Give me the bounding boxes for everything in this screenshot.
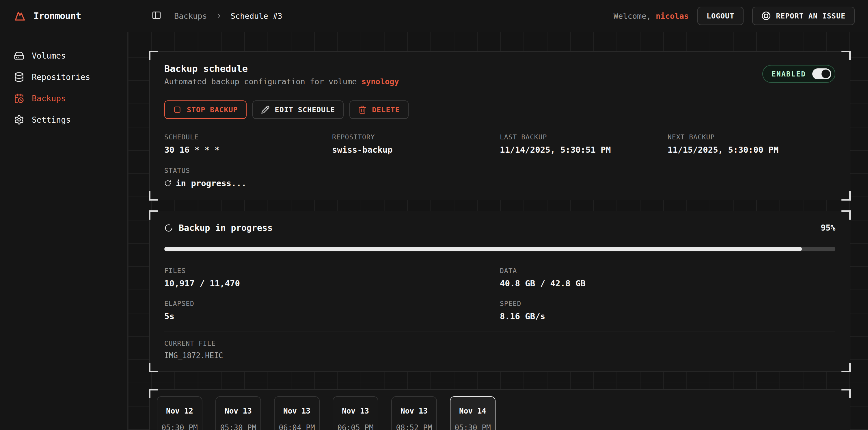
field-label: REPOSITORY <box>332 133 500 141</box>
snapshot-tile[interactable]: Nov 12 05:30 PM 92.2 GB <box>157 396 203 430</box>
stop-backup-label: STOP BACKUP <box>187 106 238 114</box>
sidebar-item-label: Repositories <box>32 72 90 82</box>
schedule-fields: SCHEDULE 30 16 * * * REPOSITORY swiss-ba… <box>164 133 835 188</box>
logout-label: LOGOUT <box>707 12 734 20</box>
field-value: 11/14/2025, 5:30:51 PM <box>500 145 668 155</box>
toggle-switch[interactable] <box>812 68 831 79</box>
backup-schedule-card: Backup schedule Automated backup configu… <box>149 51 850 200</box>
welcome-text: Welcome, nicolas <box>614 11 689 21</box>
topbar: Ironmount Backups Schedule #3 Welcome, n… <box>0 0 868 32</box>
field-label: ELAPSED <box>164 300 500 307</box>
delete-label: DELETE <box>372 106 400 114</box>
current-file: CURRENT FILE IMG_1872.HEIC <box>164 340 835 360</box>
sidebar-item-volumes[interactable]: Volumes <box>0 45 127 66</box>
snapshot-time: 05:30 PM <box>455 423 491 430</box>
app-title: Ironmount <box>33 10 81 21</box>
field-value: 11/15/2025, 5:30:00 PM <box>668 145 835 155</box>
sidebar: Volumes Repositories Backups Settings <box>0 32 128 430</box>
field-value: 30 16 * * * <box>164 145 332 155</box>
stat-data: DATA 40.8 GB / 42.8 GB <box>500 267 835 288</box>
snapshot-date: Nov 12 <box>166 407 193 415</box>
trash-icon <box>358 105 367 114</box>
report-issue-label: REPORT AN ISSUE <box>776 12 845 20</box>
chevron-right-icon <box>215 12 223 20</box>
pencil-icon <box>261 105 270 114</box>
loader-icon <box>164 224 173 232</box>
snapshot-tile[interactable]: Nov 13 06:05 PM 92.2 GB <box>333 396 378 430</box>
progress-title: Backup in progress <box>179 223 273 233</box>
report-issue-button[interactable]: REPORT AN ISSUE <box>752 7 855 25</box>
breadcrumb-current: Schedule #3 <box>231 11 282 21</box>
field-next-backup: NEXT BACKUP 11/15/2025, 5:30:00 PM <box>668 133 835 155</box>
snapshot-date: Nov 13 <box>342 407 369 415</box>
snapshot-time: 06:05 PM <box>337 423 373 430</box>
field-status: STATUS in progress... <box>164 167 835 188</box>
subtitle-prefix: Automated backup configuration for volum… <box>164 77 362 86</box>
snapshot-date: Nov 13 <box>401 407 428 415</box>
snapshot-tile[interactable]: Nov 13 06:04 PM 92.2 GB <box>274 396 320 430</box>
field-value: 10,917 / 11,470 <box>164 278 500 288</box>
enabled-toggle[interactable]: ENABLED <box>762 65 835 83</box>
snapshot-tile[interactable]: Nov 13 08:52 PM 92.2 GB <box>391 396 437 430</box>
username: nicolas <box>656 11 689 21</box>
field-label: LAST BACKUP <box>500 133 668 141</box>
rotate-cw-icon <box>164 180 171 187</box>
field-label: CURRENT FILE <box>164 340 835 347</box>
edit-schedule-label: EDIT SCHEDULE <box>275 106 335 114</box>
snapshot-date: Nov 13 <box>283 407 310 415</box>
toggle-label: ENABLED <box>772 70 806 78</box>
gear-icon <box>14 114 24 125</box>
card-subtitle: Automated backup configuration for volum… <box>164 77 399 86</box>
field-last-backup: LAST BACKUP 11/14/2025, 5:30:51 PM <box>500 133 668 155</box>
card-title: Backup schedule <box>164 63 399 74</box>
main-area: Backup schedule Automated backup configu… <box>128 32 868 430</box>
stat-elapsed: ELAPSED 5s <box>164 300 500 321</box>
hard-drive-icon <box>14 51 24 61</box>
volume-name: synology <box>362 77 399 86</box>
field-value: 8.16 GB/s <box>500 311 835 321</box>
snapshots-card: Nov 12 05:30 PM 92.2 GB Nov 13 05:30 PM … <box>149 389 850 430</box>
sidebar-toggle-icon[interactable] <box>152 10 162 21</box>
snapshot-time: 08:52 PM <box>396 423 432 430</box>
topbar-right: Welcome, nicolas LOGOUT REPORT AN ISSUE <box>614 7 868 25</box>
snapshot-time: 05:30 PM <box>161 423 197 430</box>
snapshot-tile[interactable]: Nov 14 05:30 PM 92.2 GB <box>450 396 496 430</box>
stat-speed: SPEED 8.16 GB/s <box>500 300 835 321</box>
stat-files: FILES 10,917 / 11,470 <box>164 267 500 288</box>
field-label: SCHEDULE <box>164 133 332 141</box>
snapshot-date: Nov 14 <box>459 407 486 415</box>
database-icon <box>14 72 24 82</box>
sidebar-item-settings[interactable]: Settings <box>0 109 127 130</box>
welcome-prefix: Welcome, <box>614 11 656 21</box>
sidebar-item-repositories[interactable]: Repositories <box>0 66 127 88</box>
snapshot-list: Nov 12 05:30 PM 92.2 GB Nov 13 05:30 PM … <box>157 396 843 430</box>
status-value: in progress... <box>164 178 835 188</box>
status-text: in progress... <box>176 178 246 188</box>
divider <box>164 332 835 332</box>
progress-bar-fill <box>164 247 802 251</box>
calendar-clock-icon <box>14 93 24 104</box>
field-label: SPEED <box>500 300 835 307</box>
breadcrumb: Backups Schedule #3 <box>128 10 282 21</box>
stop-backup-button[interactable]: STOP BACKUP <box>164 100 247 119</box>
progress-bar <box>164 247 835 251</box>
snapshot-date: Nov 13 <box>225 407 252 415</box>
stop-square-icon <box>173 105 182 114</box>
sidebar-item-backups[interactable]: Backups <box>0 88 127 109</box>
field-schedule: SCHEDULE 30 16 * * * <box>164 133 332 155</box>
snapshot-time: 06:04 PM <box>279 423 315 430</box>
progress-percent: 95% <box>820 223 835 233</box>
field-value: swiss-backup <box>332 145 500 155</box>
edit-schedule-button[interactable]: EDIT SCHEDULE <box>252 100 344 119</box>
field-value: 5s <box>164 311 500 321</box>
toggle-knob <box>822 70 830 78</box>
snapshot-time: 05:30 PM <box>220 423 256 430</box>
snapshot-tile[interactable]: Nov 13 05:30 PM 92.2 GB <box>215 396 261 430</box>
backup-progress-card: Backup in progress 95% FILES 10,917 / 11… <box>149 211 850 372</box>
logout-button[interactable]: LOGOUT <box>698 7 744 25</box>
field-value: 40.8 GB / 42.8 GB <box>500 278 835 288</box>
delete-button[interactable]: DELETE <box>349 100 408 119</box>
field-repository: REPOSITORY swiss-backup <box>332 133 500 155</box>
breadcrumb-section[interactable]: Backups <box>174 11 207 21</box>
sidebar-item-label: Volumes <box>32 51 66 61</box>
